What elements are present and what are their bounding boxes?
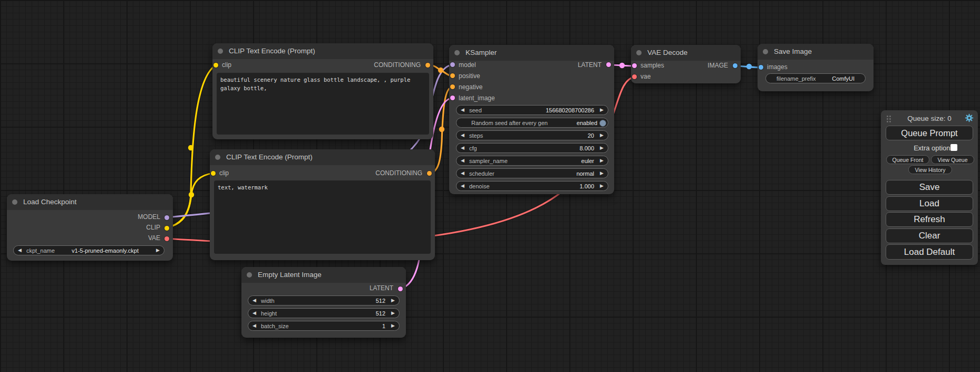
widget-label: sampler_name	[469, 158, 508, 164]
node-save-image: Save Image images filename_prefix ComfyU…	[758, 44, 874, 91]
node-titlebar[interactable]: Empty Latent Image	[241, 267, 406, 283]
widget-value: 8.000	[579, 145, 594, 151]
node-ksampler: KSampler model positive negative latent_…	[449, 45, 614, 194]
next-arrow-icon[interactable]: ▶	[600, 183, 604, 189]
extra-options-checkbox[interactable]	[950, 144, 957, 151]
next-arrow-icon[interactable]: ▶	[391, 298, 395, 303]
latent-image-input-port[interactable]	[450, 96, 455, 100]
node-titlebar[interactable]: Save Image	[758, 44, 874, 60]
comfyui-node-canvas[interactable]: { "icons": { "arrow_left": "◀", "arrow_r…	[0, 0, 980, 372]
next-arrow-icon[interactable]: ▶	[600, 132, 604, 138]
prev-arrow-icon[interactable]: ◀	[461, 170, 464, 176]
model-input-port[interactable]	[450, 62, 455, 67]
node-titlebar[interactable]: CLIP Text Encode (Prompt)	[212, 43, 433, 59]
image-output-port[interactable]	[733, 63, 738, 68]
next-arrow-icon[interactable]: ▶	[600, 158, 604, 164]
widget-label: width	[261, 298, 275, 304]
output-label-vae: VAE	[148, 234, 160, 242]
prev-arrow-icon[interactable]: ◀	[461, 158, 464, 164]
node-title: Load Checkpoint	[23, 198, 76, 206]
prev-arrow-icon[interactable]: ◀	[253, 323, 256, 329]
queue-prompt-button[interactable]: Queue Prompt	[886, 126, 973, 140]
widget-label: denoise	[469, 183, 490, 189]
latent-output-port[interactable]	[398, 287, 403, 291]
scheduler-widget[interactable]: ◀ scheduler normal ▶	[456, 168, 608, 178]
load-button[interactable]: Load	[886, 196, 973, 211]
prompt-text-area[interactable]: beautiful scenery nature glass bottle la…	[217, 73, 429, 135]
vae-input-port[interactable]	[632, 74, 637, 79]
widget-value: 156680208700286	[546, 107, 594, 113]
widget-value: v1-5-pruned-emaonly.ckpt	[61, 247, 149, 254]
output-label-latent: LATENT	[370, 284, 393, 292]
steps-widget[interactable]: ◀ steps 20 ▶	[456, 130, 608, 140]
cfg-widget[interactable]: ◀ cfg 8.000 ▶	[456, 143, 608, 153]
queue-panel: Queue size: 0 Queue Prompt Extra options…	[881, 110, 978, 265]
latent-output-port[interactable]	[606, 62, 611, 67]
input-label-images: images	[767, 63, 788, 71]
save-button[interactable]: Save	[886, 180, 973, 195]
next-arrow-icon[interactable]: ▶	[391, 310, 395, 316]
widget-value: enabled	[577, 120, 597, 126]
queue-front-button[interactable]: Queue Front	[886, 155, 929, 164]
node-titlebar[interactable]: Load Checkpoint	[7, 194, 173, 210]
height-widget[interactable]: ◀ height 512 ▶	[248, 308, 400, 318]
widget-value: euler	[581, 158, 594, 164]
next-arrow-icon[interactable]: ▶	[391, 323, 395, 329]
output-label-model: MODEL	[138, 213, 160, 221]
widget-value: 1	[382, 323, 385, 329]
images-input-port[interactable]	[759, 65, 763, 70]
refresh-button[interactable]: Refresh	[886, 212, 973, 227]
settings-gear-icon[interactable]	[965, 113, 974, 122]
clip-input-port[interactable]	[214, 63, 218, 68]
prev-arrow-icon[interactable]: ◀	[461, 107, 464, 113]
conditioning-output-port[interactable]	[425, 63, 430, 68]
prompt-text-area[interactable]: text, watermark	[214, 180, 431, 254]
prev-arrow-icon[interactable]: ◀	[253, 298, 256, 303]
input-label-clip: clip	[222, 61, 231, 69]
output-label-conditioning: CONDITIONING	[374, 61, 421, 69]
node-title: VAE Decode	[647, 49, 687, 56]
denoise-widget[interactable]: ◀ denoise 1.000 ▶	[456, 181, 608, 191]
node-titlebar[interactable]: VAE Decode	[631, 45, 741, 61]
prev-arrow-icon[interactable]: ◀	[461, 145, 464, 151]
filename-prefix-widget[interactable]: filename_prefix ComfyUI	[765, 73, 866, 83]
next-arrow-icon[interactable]: ▶	[600, 170, 604, 176]
clip-input-port[interactable]	[211, 171, 216, 176]
sampler-name-widget[interactable]: ◀ sampler_name euler ▶	[456, 156, 608, 166]
prev-arrow-icon[interactable]: ◀	[461, 183, 464, 189]
random-seed-toggle-widget[interactable]: Random seed after every gen enabled	[456, 118, 608, 128]
prev-arrow-icon[interactable]: ◀	[18, 247, 22, 253]
node-titlebar[interactable]: KSampler	[449, 45, 614, 61]
ckpt-name-widget[interactable]: ◀ ckpt_name v1-5-pruned-emaonly.ckpt ▶	[13, 245, 164, 255]
widget-label: scheduler	[469, 170, 494, 177]
prev-arrow-icon[interactable]: ◀	[253, 310, 256, 316]
node-title: KSampler	[465, 49, 497, 56]
queue-size-label: Queue size: 0	[881, 115, 978, 122]
positive-input-port[interactable]	[450, 73, 455, 78]
seed-widget[interactable]: ◀ seed 156680208700286 ▶	[456, 105, 608, 115]
node-empty-latent-image: Empty Latent Image LATENT ◀ width 512 ▶ …	[241, 267, 406, 338]
prev-arrow-icon[interactable]: ◀	[461, 132, 464, 138]
widget-value: 512	[376, 310, 385, 317]
node-titlebar[interactable]: CLIP Text Encode (Prompt)	[210, 149, 435, 165]
input-label-samples: samples	[641, 62, 664, 69]
output-label-image: IMAGE	[707, 62, 728, 69]
next-arrow-icon[interactable]: ▶	[156, 247, 160, 253]
clear-button[interactable]: Clear	[886, 228, 973, 243]
conditioning-output-port[interactable]	[427, 171, 432, 176]
widget-label: steps	[469, 132, 483, 139]
next-arrow-icon[interactable]: ▶	[600, 145, 604, 151]
next-arrow-icon[interactable]: ▶	[600, 107, 604, 113]
view-queue-button[interactable]: View Queue	[931, 155, 974, 164]
output-label-conditioning: CONDITIONING	[375, 169, 422, 177]
samples-input-port[interactable]	[632, 63, 637, 68]
clip-output-port[interactable]	[164, 226, 169, 231]
model-output-port[interactable]	[164, 215, 169, 220]
toggle-knob-icon[interactable]	[599, 120, 606, 127]
width-widget[interactable]: ◀ width 512 ▶	[248, 295, 400, 306]
batch-size-widget[interactable]: ◀ batch_size 1 ▶	[248, 321, 400, 331]
negative-input-port[interactable]	[450, 84, 455, 89]
view-history-button[interactable]: View History	[908, 165, 952, 174]
load-default-button[interactable]: Load Default	[886, 244, 973, 260]
vae-output-port[interactable]	[164, 236, 169, 241]
